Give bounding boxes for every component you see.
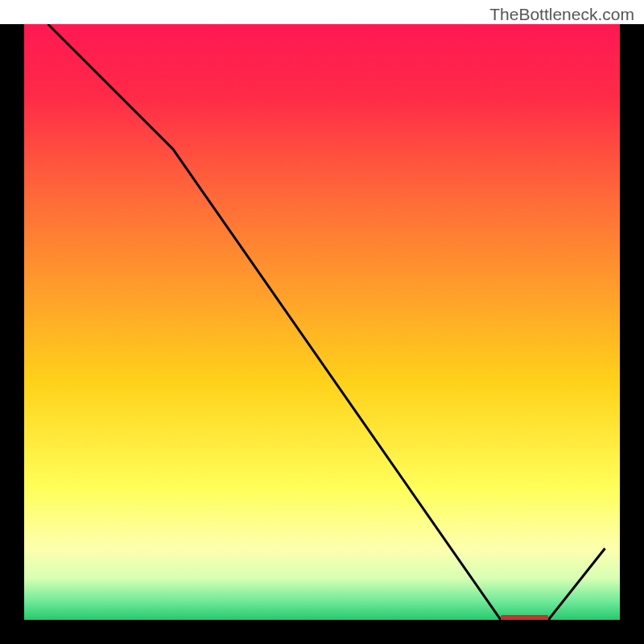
- svg-rect-5: [0, 620, 644, 644]
- watermark-text: TheBottleneck.com: [489, 5, 634, 24]
- chart-svg: [0, 0, 644, 644]
- svg-rect-4: [620, 0, 644, 644]
- bottleneck-chart: TheBottleneck.com: [0, 0, 644, 644]
- svg-rect-3: [0, 0, 24, 644]
- svg-rect-1: [24, 24, 620, 620]
